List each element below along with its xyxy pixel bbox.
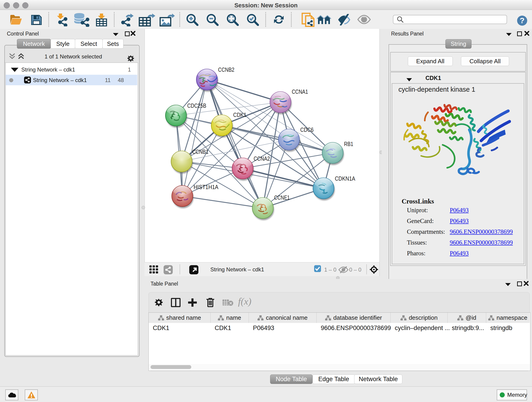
svg-text:CCNB2: CCNB2 [218,66,234,73]
svg-text:CCNB1: CCNB1 [192,148,209,155]
svg-text:CCNA2: CCNA2 [254,155,270,162]
svg-text:CDKN1A: CDKN1A [335,175,355,182]
svg-text:RB1: RB1 [344,140,353,147]
svg-text:CDC6: CDC6 [300,126,314,133]
svg-text:CDC25B: CDC25B [187,102,206,109]
svg-text:CCNA1: CCNA1 [292,88,308,95]
svg-text:CCNE1: CCNE1 [274,194,290,201]
svg-text:CDK1: CDK1 [233,111,247,118]
svg-text:HIST1H1A: HIST1H1A [194,184,219,191]
svg-text:?: ? [520,16,525,25]
